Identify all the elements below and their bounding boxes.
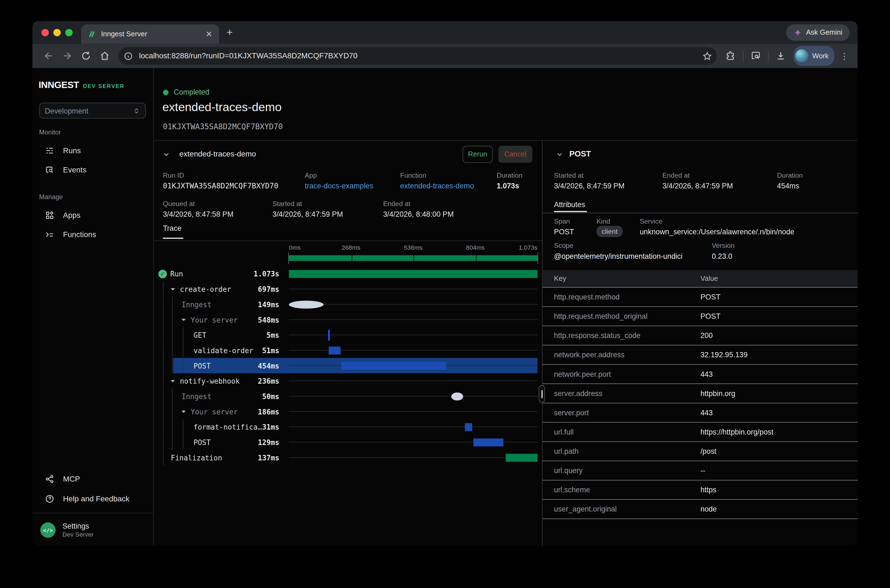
timeline-minimap[interactable] bbox=[289, 255, 537, 261]
trace-row-post[interactable]: POST454ms bbox=[153, 358, 542, 373]
attribute-value: 443 bbox=[701, 408, 857, 417]
span-name: Inngest bbox=[182, 300, 212, 309]
browser-tab[interactable]: Inngest Server ✕ bbox=[81, 24, 219, 44]
span-bar[interactable] bbox=[474, 438, 503, 446]
span-label: Span bbox=[554, 217, 574, 225]
attribute-row[interactable]: url.fullhttps://httpbin.org/post bbox=[543, 423, 858, 442]
attribute-row[interactable]: url.query-- bbox=[543, 461, 858, 480]
cancel-button[interactable]: Cancel bbox=[498, 146, 532, 163]
attribute-row[interactable]: http.request.method_originalPOST bbox=[543, 307, 858, 326]
attribute-row[interactable]: http.response.status_code200 bbox=[543, 326, 858, 345]
sidebar-nav: MonitorRunsEventsManageAppsFunctions bbox=[33, 125, 153, 244]
attribute-row[interactable]: server.addresshttpbin.org bbox=[543, 384, 858, 403]
sidebar-item-apps[interactable]: Apps bbox=[33, 206, 153, 225]
ask-gemini-button[interactable]: Ask Gemini bbox=[786, 24, 850, 41]
app-link[interactable]: trace-docs-examples bbox=[305, 181, 373, 190]
attribute-row[interactable]: url.schemehttps bbox=[543, 480, 858, 500]
trace-row-format-notifica-[interactable]: format-notifica…31ms bbox=[153, 419, 542, 435]
environment-selector[interactable]: Development bbox=[39, 103, 146, 118]
attribute-value: /post bbox=[701, 447, 857, 456]
download-icon[interactable] bbox=[776, 51, 786, 62]
sidebar-item-mcp[interactable]: MCP bbox=[33, 469, 153, 489]
trace-row-inngest[interactable]: Inngest50ms bbox=[153, 388, 542, 404]
tree-guide bbox=[172, 327, 173, 343]
forward-icon[interactable] bbox=[62, 51, 73, 62]
tree-guide bbox=[172, 388, 173, 404]
extensions-icon[interactable] bbox=[725, 51, 736, 62]
span-bar[interactable] bbox=[465, 423, 472, 431]
span-collapse-chevron-icon[interactable] bbox=[556, 151, 563, 158]
reload-icon[interactable] bbox=[81, 51, 92, 62]
sidebar-item-help-and-feedback[interactable]: Help and Feedback bbox=[33, 489, 153, 509]
timeline-end-marker bbox=[537, 252, 538, 264]
attribute-row[interactable]: network.peer.port443 bbox=[543, 364, 858, 384]
trace-row-finalization[interactable]: Finalization137ms bbox=[153, 450, 542, 465]
close-window-button[interactable] bbox=[42, 28, 49, 36]
attribute-row[interactable]: user_agent.originalnode bbox=[543, 500, 858, 519]
new-tab-button[interactable]: + bbox=[227, 26, 233, 39]
browser-menu-icon[interactable]: ⋮ bbox=[840, 51, 849, 61]
trace-waterfall: ✓Run1.073screate-order697msInngest149msY… bbox=[153, 266, 542, 465]
sidebar-item-label: Apps bbox=[63, 211, 80, 219]
row-chevron-icon[interactable] bbox=[180, 316, 187, 323]
trace-row-inngest[interactable]: Inngest149ms bbox=[153, 297, 542, 312]
scrollbar-thumb[interactable] bbox=[538, 385, 545, 403]
tree-guide bbox=[183, 343, 183, 358]
span-duration: 548ms bbox=[221, 315, 279, 324]
trace-row-notify-webhook[interactable]: notify-webhook236ms bbox=[153, 373, 542, 388]
trace-row-run[interactable]: ✓Run1.073s bbox=[153, 266, 542, 281]
span-bar[interactable] bbox=[289, 300, 324, 308]
attribute-value: 32.192.95.139 bbox=[701, 351, 857, 359]
span-bar[interactable] bbox=[451, 392, 463, 400]
function-link[interactable]: extended-traces-demo bbox=[400, 181, 474, 190]
back-icon[interactable] bbox=[43, 51, 54, 62]
attribute-row[interactable]: network.peer.address32.192.95.139 bbox=[543, 345, 858, 364]
tree-guide bbox=[172, 312, 173, 327]
page-title: extended-traces-demo bbox=[162, 100, 281, 114]
url-text[interactable]: localhost:8288/run?runID=01KJXTWA35SA8D2… bbox=[139, 52, 702, 60]
trace-row-your-server[interactable]: Your server548ms bbox=[153, 312, 542, 327]
row-chevron-icon[interactable] bbox=[170, 286, 176, 292]
attribute-row[interactable]: http.request.methodPOST bbox=[543, 288, 858, 307]
lane-gridline bbox=[289, 411, 537, 412]
sidebar-item-functions[interactable]: Functions bbox=[33, 225, 153, 244]
attribute-row[interactable]: server.port443 bbox=[543, 403, 858, 422]
row-chevron-icon[interactable] bbox=[170, 378, 176, 384]
attribute-key: user_agent.original bbox=[543, 505, 701, 513]
profile-chip[interactable]: Work bbox=[794, 46, 834, 66]
span-bar[interactable] bbox=[341, 362, 446, 370]
span-bar[interactable] bbox=[328, 330, 330, 340]
sidebar-item-runs[interactable]: Runs bbox=[33, 141, 153, 160]
row-chevron-icon[interactable] bbox=[180, 408, 187, 415]
minimize-window-button[interactable] bbox=[53, 28, 61, 36]
trace-row-your-server[interactable]: Your server186ms bbox=[153, 404, 542, 419]
trace-row-validate-order[interactable]: validate-order51ms bbox=[153, 343, 542, 358]
sidebar-item-settings[interactable]: </> Settings Dev Server bbox=[33, 513, 153, 546]
collapse-chevron-icon[interactable] bbox=[163, 151, 170, 158]
tab-attributes[interactable]: Attributes bbox=[554, 200, 585, 209]
attribute-row[interactable]: url.path/post bbox=[543, 442, 858, 461]
maximize-window-button[interactable] bbox=[65, 28, 73, 36]
ended-value: 3/4/2026, 8:48:00 PM bbox=[383, 209, 454, 219]
trace-row-create-order[interactable]: create-order697ms bbox=[153, 281, 542, 297]
site-info-icon[interactable] bbox=[121, 49, 135, 63]
address-bar[interactable]: localhost:8288/run?runID=01KJXTWA35SA8D2… bbox=[119, 47, 717, 64]
version-label: Version bbox=[712, 242, 735, 250]
tab-trace[interactable]: Trace bbox=[163, 224, 182, 233]
bookmark-star-icon[interactable] bbox=[702, 51, 712, 61]
sidebar-item-events[interactable]: Events bbox=[33, 160, 153, 179]
home-icon[interactable] bbox=[99, 51, 110, 62]
code-icon: </> bbox=[40, 522, 56, 538]
attribute-key: http.response.status_code bbox=[543, 332, 701, 340]
trace-row-post[interactable]: POST129ms bbox=[153, 435, 542, 450]
span-bar[interactable] bbox=[289, 270, 537, 278]
trace-row-get[interactable]: GET5ms bbox=[153, 327, 542, 343]
span-bar[interactable] bbox=[329, 346, 340, 354]
span-bar[interactable] bbox=[506, 453, 538, 462]
run-card-title[interactable]: extended-traces-demo bbox=[179, 150, 256, 158]
tab-close-icon[interactable]: ✕ bbox=[203, 29, 215, 39]
sidebar: INNGEST DEV SERVER Development MonitorRu… bbox=[33, 68, 154, 546]
reading-mode-icon[interactable] bbox=[750, 51, 761, 62]
ended-label: Ended at bbox=[383, 200, 454, 208]
rerun-button[interactable]: Rerun bbox=[463, 146, 493, 163]
